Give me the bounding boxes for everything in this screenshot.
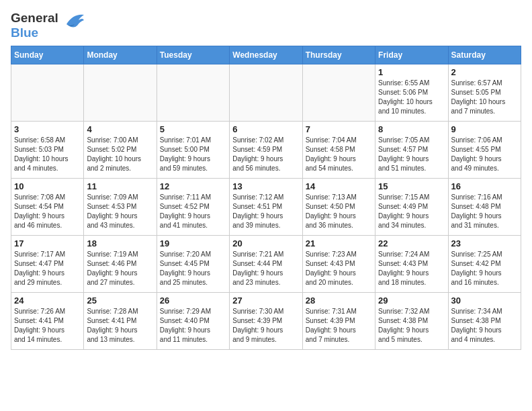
day-info: Sunrise: 7:34 AM Sunset: 4:38 PM Dayligh… <box>451 307 518 345</box>
day-number: 19 <box>160 238 226 248</box>
logo: General Blue <box>11 11 85 40</box>
day-number: 25 <box>87 295 153 306</box>
calendar-cell <box>230 64 302 121</box>
day-number: 21 <box>306 238 372 248</box>
day-info: Sunrise: 7:32 AM Sunset: 4:38 PM Dayligh… <box>378 307 445 345</box>
weekday-header-saturday: Saturday <box>448 46 521 64</box>
day-info: Sunrise: 7:20 AM Sunset: 4:45 PM Dayligh… <box>160 250 226 287</box>
day-number: 17 <box>14 238 81 248</box>
day-info: Sunrise: 7:08 AM Sunset: 4:54 PM Dayligh… <box>14 193 81 230</box>
day-number: 4 <box>87 124 153 134</box>
calendar-week-row: 1Sunrise: 6:55 AM Sunset: 5:06 PM Daylig… <box>11 64 521 121</box>
page-header: General Blue <box>11 11 521 40</box>
day-info: Sunrise: 6:55 AM Sunset: 5:06 PM Dayligh… <box>378 79 445 116</box>
day-info: Sunrise: 7:17 AM Sunset: 4:47 PM Dayligh… <box>14 250 81 287</box>
logo-blue: Blue <box>11 26 38 40</box>
day-number: 18 <box>87 238 153 248</box>
calendar-cell: 24Sunrise: 7:26 AM Sunset: 4:41 PM Dayli… <box>11 292 84 349</box>
day-number: 5 <box>160 124 226 134</box>
day-number: 13 <box>232 181 299 191</box>
day-info: Sunrise: 7:31 AM Sunset: 4:39 PM Dayligh… <box>306 307 372 345</box>
calendar-cell <box>157 64 229 121</box>
logo-general: General <box>11 11 58 25</box>
day-info: Sunrise: 7:19 AM Sunset: 4:46 PM Dayligh… <box>87 250 153 287</box>
day-info: Sunrise: 7:24 AM Sunset: 4:43 PM Dayligh… <box>378 250 445 287</box>
calendar-cell: 23Sunrise: 7:25 AM Sunset: 4:42 PM Dayli… <box>448 235 521 292</box>
day-info: Sunrise: 6:57 AM Sunset: 5:05 PM Dayligh… <box>451 79 518 116</box>
calendar-cell: 2Sunrise: 6:57 AM Sunset: 5:05 PM Daylig… <box>448 64 521 121</box>
day-number: 20 <box>232 238 299 248</box>
day-number: 1 <box>378 67 445 77</box>
calendar-cell: 20Sunrise: 7:21 AM Sunset: 4:44 PM Dayli… <box>230 235 302 292</box>
day-info: Sunrise: 7:01 AM Sunset: 5:00 PM Dayligh… <box>160 136 226 173</box>
calendar-cell <box>302 64 375 121</box>
calendar-header-row: SundayMondayTuesdayWednesdayThursdayFrid… <box>11 46 521 64</box>
day-info: Sunrise: 7:13 AM Sunset: 4:50 PM Dayligh… <box>306 193 372 230</box>
day-number: 6 <box>232 124 299 134</box>
weekday-header-tuesday: Tuesday <box>157 46 229 64</box>
day-number: 3 <box>14 124 81 134</box>
day-info: Sunrise: 6:58 AM Sunset: 5:03 PM Dayligh… <box>14 136 81 173</box>
day-info: Sunrise: 7:30 AM Sunset: 4:39 PM Dayligh… <box>232 307 299 345</box>
calendar-cell: 14Sunrise: 7:13 AM Sunset: 4:50 PM Dayli… <box>302 178 375 235</box>
calendar-cell: 17Sunrise: 7:17 AM Sunset: 4:47 PM Dayli… <box>11 235 84 292</box>
day-info: Sunrise: 7:06 AM Sunset: 4:55 PM Dayligh… <box>451 136 518 173</box>
calendar-cell: 28Sunrise: 7:31 AM Sunset: 4:39 PM Dayli… <box>302 292 375 349</box>
calendar-cell: 11Sunrise: 7:09 AM Sunset: 4:53 PM Dayli… <box>84 178 157 235</box>
day-info: Sunrise: 7:02 AM Sunset: 4:59 PM Dayligh… <box>232 136 299 173</box>
calendar-cell: 16Sunrise: 7:16 AM Sunset: 4:48 PM Dayli… <box>448 178 521 235</box>
day-info: Sunrise: 7:29 AM Sunset: 4:40 PM Dayligh… <box>160 307 226 345</box>
calendar-cell <box>84 64 157 121</box>
day-number: 10 <box>14 181 81 191</box>
calendar-cell: 29Sunrise: 7:32 AM Sunset: 4:38 PM Dayli… <box>375 292 448 349</box>
calendar-cell: 8Sunrise: 7:05 AM Sunset: 4:57 PM Daylig… <box>375 121 448 178</box>
day-info: Sunrise: 7:21 AM Sunset: 4:44 PM Dayligh… <box>232 250 299 287</box>
calendar-cell: 27Sunrise: 7:30 AM Sunset: 4:39 PM Dayli… <box>230 292 302 349</box>
calendar-cell: 25Sunrise: 7:28 AM Sunset: 4:41 PM Dayli… <box>84 292 157 349</box>
day-number: 8 <box>378 124 445 134</box>
day-number: 27 <box>232 295 299 306</box>
day-info: Sunrise: 7:15 AM Sunset: 4:49 PM Dayligh… <box>378 193 445 230</box>
calendar-table: SundayMondayTuesdayWednesdayThursdayFrid… <box>11 46 521 350</box>
calendar-cell: 12Sunrise: 7:11 AM Sunset: 4:52 PM Dayli… <box>157 178 229 235</box>
calendar-cell: 3Sunrise: 6:58 AM Sunset: 5:03 PM Daylig… <box>11 121 84 178</box>
calendar-cell: 19Sunrise: 7:20 AM Sunset: 4:45 PM Dayli… <box>157 235 229 292</box>
day-number: 28 <box>306 295 372 306</box>
day-info: Sunrise: 7:12 AM Sunset: 4:51 PM Dayligh… <box>232 193 299 230</box>
calendar-week-row: 24Sunrise: 7:26 AM Sunset: 4:41 PM Dayli… <box>11 292 521 349</box>
day-number: 9 <box>451 124 518 134</box>
day-number: 29 <box>378 295 445 306</box>
day-info: Sunrise: 7:04 AM Sunset: 4:58 PM Dayligh… <box>306 136 372 173</box>
calendar-cell: 13Sunrise: 7:12 AM Sunset: 4:51 PM Dayli… <box>230 178 302 235</box>
day-number: 2 <box>451 67 518 77</box>
calendar-cell: 5Sunrise: 7:01 AM Sunset: 5:00 PM Daylig… <box>157 121 229 178</box>
day-info: Sunrise: 7:23 AM Sunset: 4:43 PM Dayligh… <box>306 250 372 287</box>
weekday-header-thursday: Thursday <box>302 46 375 64</box>
day-number: 11 <box>87 181 153 191</box>
day-number: 30 <box>451 295 518 306</box>
calendar-cell: 1Sunrise: 6:55 AM Sunset: 5:06 PM Daylig… <box>375 64 448 121</box>
day-info: Sunrise: 7:09 AM Sunset: 4:53 PM Dayligh… <box>87 193 153 230</box>
day-info: Sunrise: 7:28 AM Sunset: 4:41 PM Dayligh… <box>87 307 153 345</box>
day-info: Sunrise: 7:25 AM Sunset: 4:42 PM Dayligh… <box>451 250 518 287</box>
calendar-cell: 10Sunrise: 7:08 AM Sunset: 4:54 PM Dayli… <box>11 178 84 235</box>
weekday-header-monday: Monday <box>84 46 157 64</box>
calendar-cell: 22Sunrise: 7:24 AM Sunset: 4:43 PM Dayli… <box>375 235 448 292</box>
weekday-header-friday: Friday <box>375 46 448 64</box>
day-number: 24 <box>14 295 81 306</box>
calendar-week-row: 3Sunrise: 6:58 AM Sunset: 5:03 PM Daylig… <box>11 121 521 178</box>
calendar-week-row: 17Sunrise: 7:17 AM Sunset: 4:47 PM Dayli… <box>11 235 521 292</box>
day-number: 14 <box>306 181 372 191</box>
calendar-cell: 6Sunrise: 7:02 AM Sunset: 4:59 PM Daylig… <box>230 121 302 178</box>
weekday-header-sunday: Sunday <box>11 46 84 64</box>
day-info: Sunrise: 7:16 AM Sunset: 4:48 PM Dayligh… <box>451 193 518 230</box>
calendar-cell: 9Sunrise: 7:06 AM Sunset: 4:55 PM Daylig… <box>448 121 521 178</box>
day-number: 16 <box>451 181 518 191</box>
day-number: 7 <box>306 124 372 134</box>
calendar-cell: 26Sunrise: 7:29 AM Sunset: 4:40 PM Dayli… <box>157 292 229 349</box>
calendar-cell: 30Sunrise: 7:34 AM Sunset: 4:38 PM Dayli… <box>448 292 521 349</box>
weekday-header-wednesday: Wednesday <box>230 46 302 64</box>
day-number: 23 <box>451 238 518 248</box>
day-number: 26 <box>160 295 226 306</box>
day-number: 12 <box>160 181 226 191</box>
